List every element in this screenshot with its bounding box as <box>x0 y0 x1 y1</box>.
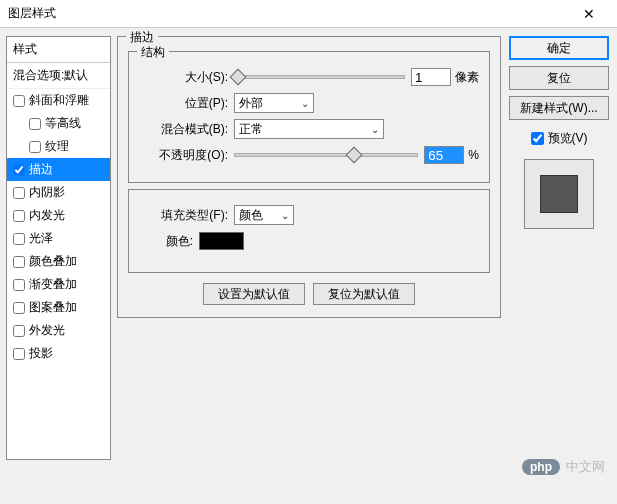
make-default-button[interactable]: 设置为默认值 <box>203 283 305 305</box>
preview-swatch <box>540 175 578 213</box>
style-checkbox[interactable] <box>29 141 41 153</box>
style-checkbox[interactable] <box>13 348 25 360</box>
style-label: 斜面和浮雕 <box>29 92 89 109</box>
style-item-11[interactable]: 投影 <box>7 342 110 365</box>
style-checkbox[interactable] <box>13 95 25 107</box>
fill-type-row: 填充类型(F): 颜色 ⌄ <box>139 204 479 226</box>
style-item-8[interactable]: 渐变叠加 <box>7 273 110 296</box>
structure-group: 结构 大小(S): 像素 位置(P): 外部 ⌄ <box>128 51 490 183</box>
style-label: 投影 <box>29 345 53 362</box>
style-label: 光泽 <box>29 230 53 247</box>
preview-checkbox[interactable] <box>531 132 544 145</box>
reset-default-button[interactable]: 复位为默认值 <box>313 283 415 305</box>
color-label: 颜色: <box>139 233 199 250</box>
new-style-button[interactable]: 新建样式(W)... <box>509 96 609 120</box>
size-row: 大小(S): 像素 <box>139 66 479 88</box>
style-item-9[interactable]: 图案叠加 <box>7 296 110 319</box>
style-label: 图案叠加 <box>29 299 77 316</box>
opacity-label: 不透明度(O): <box>139 147 234 164</box>
styles-header: 样式 <box>7 37 110 63</box>
window-title: 图层样式 <box>8 5 569 22</box>
titlebar: 图层样式 ✕ <box>0 0 617 28</box>
opacity-unit: % <box>468 148 479 162</box>
blending-options-label: 混合选项:默认 <box>13 67 88 84</box>
style-item-2[interactable]: 纹理 <box>7 135 110 158</box>
position-row: 位置(P): 外部 ⌄ <box>139 92 479 114</box>
style-label: 渐变叠加 <box>29 276 77 293</box>
dialog-body: 样式 混合选项:默认 斜面和浮雕等高线纹理描边内阴影内发光光泽颜色叠加渐变叠加图… <box>0 28 617 468</box>
close-icon: ✕ <box>583 6 595 22</box>
blend-mode-select[interactable]: 正常 ⌄ <box>234 119 384 139</box>
style-label: 内发光 <box>29 207 65 224</box>
style-item-1[interactable]: 等高线 <box>7 112 110 135</box>
style-item-0[interactable]: 斜面和浮雕 <box>7 89 110 112</box>
watermark: php 中文网 <box>522 458 605 476</box>
blend-mode-value: 正常 <box>239 121 263 138</box>
style-checkbox[interactable] <box>13 256 25 268</box>
fill-type-select[interactable]: 颜色 ⌄ <box>234 205 294 225</box>
fill-type-value: 颜色 <box>239 207 263 224</box>
size-slider[interactable] <box>234 75 405 79</box>
color-swatch[interactable] <box>199 232 244 250</box>
style-label: 纹理 <box>45 138 69 155</box>
position-value: 外部 <box>239 95 263 112</box>
style-item-6[interactable]: 光泽 <box>7 227 110 250</box>
preview-checkbox-row[interactable]: 预览(V) <box>531 130 588 147</box>
opacity-slider-thumb[interactable] <box>345 147 362 164</box>
style-checkbox[interactable] <box>13 302 25 314</box>
style-item-3[interactable]: 描边 <box>7 158 110 181</box>
position-label: 位置(P): <box>139 95 234 112</box>
preview-label: 预览(V) <box>548 130 588 147</box>
style-label: 颜色叠加 <box>29 253 77 270</box>
style-label: 外发光 <box>29 322 65 339</box>
size-label: 大小(S): <box>139 69 234 86</box>
settings-panel: 描边 结构 大小(S): 像素 位置(P): 外部 ⌄ <box>117 36 501 460</box>
style-checkbox[interactable] <box>29 118 41 130</box>
close-button[interactable]: ✕ <box>569 0 609 28</box>
blending-options-row[interactable]: 混合选项:默认 <box>7 63 110 89</box>
style-item-7[interactable]: 颜色叠加 <box>7 250 110 273</box>
structure-legend: 结构 <box>137 44 169 61</box>
style-checkbox[interactable] <box>13 210 25 222</box>
style-label: 内阴影 <box>29 184 65 201</box>
preview-box <box>524 159 594 229</box>
reset-row: 设置为默认值 复位为默认值 <box>128 283 490 305</box>
opacity-row: 不透明度(O): % <box>139 144 479 166</box>
stroke-fieldset: 描边 结构 大小(S): 像素 位置(P): 外部 ⌄ <box>117 36 501 318</box>
opacity-input[interactable] <box>424 146 464 164</box>
style-checkbox[interactable] <box>13 233 25 245</box>
style-item-10[interactable]: 外发光 <box>7 319 110 342</box>
fill-type-label: 填充类型(F): <box>139 207 234 224</box>
blend-mode-label: 混合模式(B): <box>139 121 234 138</box>
style-checkbox[interactable] <box>13 279 25 291</box>
style-item-5[interactable]: 内发光 <box>7 204 110 227</box>
ok-button[interactable]: 确定 <box>509 36 609 60</box>
opacity-slider[interactable] <box>234 153 418 157</box>
position-select[interactable]: 外部 ⌄ <box>234 93 314 113</box>
reset-button[interactable]: 复位 <box>509 66 609 90</box>
blend-mode-row: 混合模式(B): 正常 ⌄ <box>139 118 479 140</box>
chevron-down-icon: ⌄ <box>281 210 289 221</box>
fill-group: 填充类型(F): 颜色 ⌄ 颜色: <box>128 189 490 273</box>
size-unit: 像素 <box>455 69 479 86</box>
color-row: 颜色: <box>139 230 479 252</box>
style-checkbox[interactable] <box>13 187 25 199</box>
style-checkbox[interactable] <box>13 325 25 337</box>
style-item-4[interactable]: 内阴影 <box>7 181 110 204</box>
chevron-down-icon: ⌄ <box>371 124 379 135</box>
styles-list: 样式 混合选项:默认 斜面和浮雕等高线纹理描边内阴影内发光光泽颜色叠加渐变叠加图… <box>6 36 111 460</box>
size-input[interactable] <box>411 68 451 86</box>
style-label: 描边 <box>29 161 53 178</box>
chevron-down-icon: ⌄ <box>301 98 309 109</box>
style-label: 等高线 <box>45 115 81 132</box>
watermark-text: 中文网 <box>566 458 605 476</box>
watermark-pill: php <box>522 459 560 475</box>
style-checkbox[interactable] <box>13 164 25 176</box>
right-panel: 确定 复位 新建样式(W)... 预览(V) <box>507 36 611 460</box>
